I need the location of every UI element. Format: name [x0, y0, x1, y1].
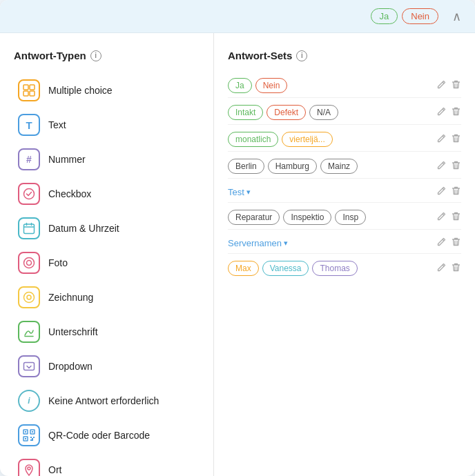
answer-set-row-2: monatlichvierteljä...: [228, 128, 461, 152]
datum-label: Datum & Uhrzeit: [48, 223, 119, 234]
dropdown-label: Dropdown: [48, 361, 93, 372]
svg-point-9: [27, 295, 31, 299]
row-actions-4: [436, 186, 461, 198]
row-actions-6: [436, 237, 461, 249]
delete-icon[interactable]: [451, 106, 461, 119]
delete-icon[interactable]: [451, 160, 461, 172]
type-item-dropdown[interactable]: Dropdown: [14, 350, 200, 383]
edit-icon[interactable]: [436, 262, 447, 275]
edit-icon[interactable]: [436, 186, 447, 198]
svg-rect-16: [25, 438, 26, 439]
type-item-foto[interactable]: Foto: [14, 246, 200, 279]
tag-max[interactable]: Max: [228, 261, 259, 276]
row-actions-7: [436, 262, 461, 275]
right-panel-title: Antwort-Sets i: [228, 50, 461, 61]
multiple-choice-icon: [18, 79, 40, 101]
answer-set-row-0: JaNein: [228, 74, 461, 98]
zeichnung-label: Zeichnung: [48, 292, 93, 303]
type-item-ort[interactable]: Ort: [14, 453, 200, 476]
unterschrift-icon: [18, 321, 40, 343]
top-bar: Ja Nein ∧: [0, 0, 475, 33]
qr-icon: [18, 424, 40, 446]
tag-vanessa[interactable]: Vanessa: [262, 261, 309, 276]
svg-rect-10: [24, 363, 35, 370]
top-tag-nein[interactable]: Nein: [402, 8, 438, 24]
checkbox-icon: [18, 183, 40, 205]
ort-icon: [18, 459, 40, 476]
tag-monatlich[interactable]: monatlich: [228, 132, 278, 147]
answer-set-row-1: IntaktDefektN/A: [228, 101, 461, 125]
dropdown-link-6[interactable]: Servernamen ▾: [228, 238, 288, 248]
svg-rect-3: [30, 91, 35, 96]
dropdown-icon: [18, 355, 40, 377]
left-panel-info-icon[interactable]: i: [90, 50, 101, 61]
delete-icon[interactable]: [451, 237, 461, 249]
tag-defekt[interactable]: Defekt: [266, 105, 306, 120]
answer-set-row-6: Servernamen ▾: [228, 232, 461, 254]
delete-icon[interactable]: [451, 186, 461, 198]
edit-icon[interactable]: [436, 106, 447, 119]
answer-set-row-4: Test ▾: [228, 181, 461, 203]
dropdown-link-4[interactable]: Test ▾: [228, 187, 251, 197]
top-tag-ja[interactable]: Ja: [371, 8, 398, 24]
delete-icon[interactable]: [451, 133, 461, 146]
text-label: Text: [48, 119, 66, 130]
edit-icon[interactable]: [436, 237, 447, 249]
nummer-label: Nummer: [48, 154, 86, 165]
tags-group-4: Test ▾: [228, 187, 432, 197]
dropdown-arrow-icon: ▾: [284, 239, 288, 248]
dropdown-label: Test: [228, 187, 244, 197]
type-item-qr[interactable]: QR-Code oder Barcode: [14, 419, 200, 452]
tags-group-1: IntaktDefektN/A: [228, 105, 432, 120]
type-item-keine[interactable]: iKeine Antwort erforderlich: [14, 384, 200, 417]
row-actions-5: [436, 211, 461, 224]
tag-reparatur[interactable]: Reparatur: [228, 210, 280, 225]
type-item-checkbox[interactable]: Checkbox: [14, 177, 200, 210]
type-item-text[interactable]: TText: [14, 108, 200, 141]
tag-viertelj----[interactable]: vierteljä...: [282, 132, 332, 147]
delete-icon[interactable]: [451, 211, 461, 224]
type-item-zeichnung[interactable]: Zeichnung: [14, 281, 200, 314]
tag-nein[interactable]: Nein: [255, 78, 288, 93]
row-actions-1: [436, 106, 461, 119]
delete-icon[interactable]: [451, 79, 461, 92]
type-item-unterschrift[interactable]: Unterschrift: [14, 315, 200, 348]
svg-point-6: [27, 261, 32, 266]
edit-icon[interactable]: [436, 133, 447, 146]
checkbox-label: Checkbox: [48, 188, 91, 199]
edit-icon[interactable]: [436, 79, 447, 92]
svg-rect-2: [23, 91, 28, 96]
edit-icon[interactable]: [436, 160, 447, 172]
tag-intakt[interactable]: Intakt: [228, 105, 263, 120]
delete-icon[interactable]: [451, 262, 461, 275]
tags-group-3: BerlinHamburgMainz: [228, 159, 432, 174]
row-actions-2: [436, 133, 461, 146]
svg-point-4: [24, 189, 35, 199]
collapse-icon[interactable]: ∧: [452, 9, 461, 24]
tag-hamburg[interactable]: Hamburg: [268, 159, 317, 174]
dropdown-label: Servernamen: [228, 238, 282, 248]
svg-rect-5: [24, 224, 35, 234]
keine-label: Keine Antwort erforderlich: [48, 395, 159, 406]
tag-n-a[interactable]: N/A: [309, 105, 338, 120]
svg-rect-14: [25, 431, 26, 433]
type-item-datum[interactable]: Datum & Uhrzeit: [14, 212, 200, 245]
answer-set-row-7: MaxVanessaThomas: [228, 257, 461, 280]
tag-berlin[interactable]: Berlin: [228, 159, 264, 174]
right-panel-info-icon[interactable]: i: [296, 50, 307, 61]
type-item-multiple-choice[interactable]: Multiple choice: [14, 74, 200, 107]
tag-ja[interactable]: Ja: [228, 78, 252, 93]
top-bar-tags: Ja Nein: [371, 8, 438, 24]
edit-icon[interactable]: [436, 211, 447, 224]
svg-rect-15: [32, 431, 33, 433]
tag-insp[interactable]: Insp: [335, 210, 366, 225]
foto-label: Foto: [48, 257, 68, 268]
tags-group-7: MaxVanessaThomas: [228, 261, 432, 276]
tag-mainz[interactable]: Mainz: [320, 159, 358, 174]
type-item-nummer[interactable]: #Nummer: [14, 143, 200, 176]
tag-thomas[interactable]: Thomas: [312, 261, 357, 276]
tags-group-0: JaNein: [228, 78, 432, 93]
qr-label: QR-Code oder Barcode: [48, 430, 150, 441]
svg-point-7: [24, 258, 35, 268]
tag-inspektio[interactable]: Inspektio: [283, 210, 331, 225]
